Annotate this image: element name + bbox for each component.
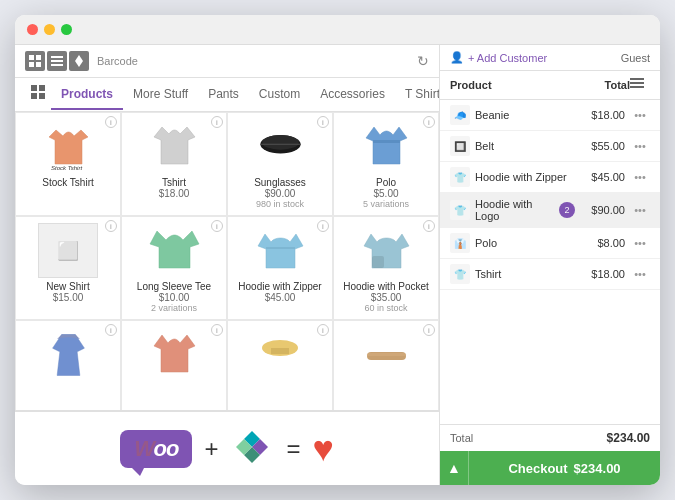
qty-badge: 2 [559, 202, 575, 218]
item-menu[interactable]: ••• [630, 237, 650, 249]
order-total-row: Total $234.00 [440, 425, 660, 451]
list-item[interactable]: 👕 Tshirt $18.00 ••• [440, 259, 660, 290]
product-indicator: i [317, 324, 329, 336]
item-image: 👕 [450, 167, 470, 187]
product-name: Long Sleeve Tee [137, 281, 211, 292]
item-image: 🔲 [450, 136, 470, 156]
product-indicator: i [105, 116, 117, 128]
list-item[interactable]: 👕 Hoodie with Logo 2 $90.00 ••• [440, 193, 660, 228]
svg-marker-8 [75, 61, 83, 67]
tab-more-stuff[interactable]: More Stuff [123, 80, 198, 110]
tab-accessories[interactable]: Accessories [310, 80, 395, 110]
sort-icon[interactable] [69, 51, 89, 71]
add-customer-button[interactable]: 👤 + Add Customer [450, 51, 547, 64]
product-price: $10.00 [159, 292, 190, 303]
barcode-label: Barcode [97, 55, 409, 67]
order-header: Product Total [440, 71, 660, 100]
main-window: Barcode ↻ Products More Stuff Pants Cust… [15, 15, 660, 485]
maximize-dot[interactable] [61, 24, 72, 35]
checkout-bar: ▲ Checkout $234.00 [440, 451, 660, 485]
checkout-expand-button[interactable]: ▲ [440, 451, 468, 485]
product-name: Sunglasses [254, 177, 306, 188]
product-image [38, 327, 98, 382]
refresh-icon[interactable]: ↻ [417, 53, 429, 69]
plus-sign: + [204, 435, 218, 463]
right-top-bar: 👤 + Add Customer Guest [440, 45, 660, 71]
right-panel: 👤 + Add Customer Guest Product Total 🧢 [440, 45, 660, 485]
item-menu[interactable]: ••• [630, 140, 650, 152]
products-grid: i Stock Tshirt Stock Tshirt i [15, 112, 439, 415]
product-sub: 980 in stock [256, 199, 304, 209]
list-item[interactable]: i Hoodie with Pocket $35.00 60 in stock [333, 216, 439, 320]
woo-logo: Woo [120, 430, 192, 468]
diamond-logo [230, 427, 274, 471]
svg-rect-1 [36, 55, 41, 60]
col-actions [630, 76, 650, 94]
list-item[interactable]: i Long Sleeve Tee $10.00 2 variations [121, 216, 227, 320]
grid-view-icon[interactable] [25, 51, 45, 71]
product-sub: 60 in stock [364, 303, 407, 313]
tab-grid[interactable] [25, 78, 51, 111]
list-item[interactable]: 👕 Hoodie with Zipper $45.00 ••• [440, 162, 660, 193]
item-menu[interactable]: ••• [630, 204, 650, 216]
product-image [144, 327, 204, 382]
product-image [356, 327, 416, 382]
list-item[interactable]: i Hoodie with Zipper $45.00 [227, 216, 333, 320]
product-image-placeholder: ⬜ [38, 223, 98, 278]
product-image [144, 223, 204, 278]
checkout-label: Checkout [508, 461, 567, 476]
tab-custom[interactable]: Custom [249, 80, 310, 110]
svg-rect-3 [36, 62, 41, 67]
item-image: 👕 [450, 264, 470, 284]
item-image: 🧢 [450, 105, 470, 125]
tab-pants[interactable]: Pants [198, 80, 249, 110]
product-image [250, 327, 310, 382]
tab-tshirts[interactable]: T Shirts [395, 80, 440, 110]
product-price: $18.00 [159, 188, 190, 199]
product-name: Polo [376, 177, 396, 188]
list-item[interactable]: i [333, 320, 439, 415]
list-item[interactable]: i [15, 320, 121, 415]
item-menu[interactable]: ••• [630, 109, 650, 121]
list-item[interactable]: 👔 Polo $8.00 ••• [440, 228, 660, 259]
list-item[interactable]: i Tshirt $18.00 [121, 112, 227, 216]
item-name: Hoodie with Logo [475, 198, 554, 222]
product-image [356, 223, 416, 278]
list-item[interactable]: i Polo $5.00 5 variations [333, 112, 439, 216]
equals-sign: = [286, 435, 300, 463]
svg-rect-19 [372, 256, 384, 268]
minimize-dot[interactable] [44, 24, 55, 35]
list-item[interactable]: 🔲 Belt $55.00 ••• [440, 131, 660, 162]
svg-rect-30 [630, 82, 644, 84]
list-item[interactable]: i ⬜ New Shirt $15.00 [15, 216, 121, 320]
list-item[interactable]: 🧢 Beanie $18.00 ••• [440, 100, 660, 131]
svg-marker-7 [75, 55, 83, 61]
item-price: $45.00 [580, 171, 625, 183]
product-indicator: i [423, 220, 435, 232]
item-name: Polo [475, 237, 575, 249]
item-menu[interactable]: ••• [630, 171, 650, 183]
tab-products[interactable]: Products [51, 80, 123, 110]
product-indicator: i [105, 324, 117, 336]
list-item[interactable]: i Stock Tshirt Stock Tshirt [15, 112, 121, 216]
product-image [250, 223, 310, 278]
product-indicator: i [423, 116, 435, 128]
item-menu[interactable]: ••• [630, 268, 650, 280]
product-name: Hoodie with Pocket [343, 281, 429, 292]
list-item[interactable]: i Sunglasses $90.00 980 in stock [227, 112, 333, 216]
list-item[interactable]: i [121, 320, 227, 415]
svg-text:Stock Tshirt: Stock Tshirt [51, 165, 82, 171]
view-toggle[interactable] [25, 51, 89, 71]
list-item[interactable]: i [227, 320, 333, 415]
svg-rect-17 [373, 140, 400, 143]
list-view-icon[interactable] [47, 51, 67, 71]
svg-rect-10 [39, 85, 45, 91]
product-image: Stock Tshirt [38, 119, 98, 174]
product-indicator: i [211, 220, 223, 232]
product-name: Stock Tshirt [42, 177, 94, 188]
close-dot[interactable] [27, 24, 38, 35]
product-price: $15.00 [53, 292, 84, 303]
woo-promo-overlay: Woo + = ♥ [15, 410, 439, 485]
svg-rect-31 [630, 86, 644, 88]
checkout-button[interactable]: Checkout $234.00 [468, 451, 660, 485]
